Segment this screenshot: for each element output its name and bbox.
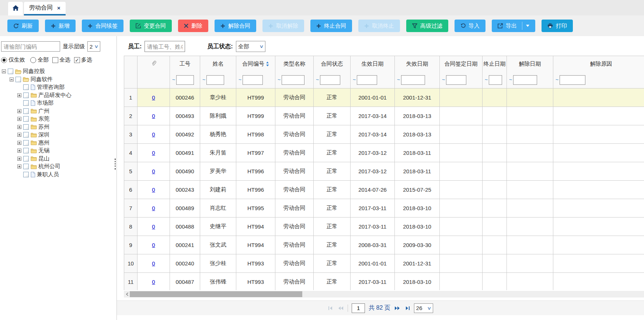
display-level-select[interactable]: 2 ∨ xyxy=(87,41,100,52)
attachment-count-link[interactable]: 0 xyxy=(152,168,155,174)
tree-checkbox[interactable] xyxy=(23,148,29,153)
option-checkbox-2[interactable]: 全选 xyxy=(52,56,70,63)
tree-checkbox[interactable] xyxy=(23,108,29,114)
tree-node[interactable]: 昆山 xyxy=(1,155,116,163)
filter-input-id[interactable] xyxy=(176,75,194,85)
plus-expander-icon[interactable] xyxy=(17,117,21,121)
attachment-count-link[interactable]: 0 xyxy=(152,242,155,248)
sort-icon[interactable] xyxy=(266,61,269,67)
tree-node[interactable]: 同鑫软件 xyxy=(1,76,116,84)
plus-expander-icon[interactable] xyxy=(17,109,21,113)
plus-expander-icon[interactable] xyxy=(17,149,21,153)
first-page-icon[interactable] xyxy=(328,306,334,311)
attachment-count-link[interactable]: 0 xyxy=(152,205,155,211)
tilde-operator[interactable]: ~ xyxy=(278,77,281,83)
scrollbar-thumb[interactable] xyxy=(130,291,302,297)
option-radio-1[interactable]: 全部 xyxy=(30,56,49,63)
terminate-contract-button[interactable]: 终止合同 xyxy=(310,20,352,32)
option-checkbox-3[interactable]: ✓多选 xyxy=(74,56,92,63)
attachment-count-link[interactable]: 0 xyxy=(152,131,155,138)
plus-expander-icon[interactable] xyxy=(17,93,21,97)
tree-checkbox[interactable] xyxy=(23,116,29,122)
table-row[interactable]: 90000241张文武HT994劳动合同正常2008-03-312009-03-… xyxy=(124,236,644,254)
plus-expander-icon[interactable] xyxy=(17,133,21,137)
export-dropdown-caret-icon[interactable] xyxy=(526,25,529,27)
table-row[interactable]: 10000246章少桂HT999劳动合同正常2001-01-012001-12-… xyxy=(124,88,644,107)
export-button[interactable]: 导出 xyxy=(492,20,535,32)
attachment-count-link[interactable]: 0 xyxy=(152,279,155,285)
tilde-operator[interactable]: ~ xyxy=(316,77,319,83)
table-row[interactable]: 50000490罗美华HT996劳动合同正常2017-03-122018-03-… xyxy=(124,162,644,181)
scroll-left-icon[interactable] xyxy=(125,291,130,297)
last-page-icon[interactable] xyxy=(404,306,410,311)
attachment-count-link[interactable]: 0 xyxy=(152,223,155,230)
filter-input-name[interactable] xyxy=(206,75,224,85)
sidebar-splitter-handle[interactable] xyxy=(115,159,116,170)
filter-input-reason[interactable] xyxy=(560,75,585,85)
attachment-count-link[interactable]: 0 xyxy=(152,94,155,101)
attachment-count-link[interactable]: 0 xyxy=(152,150,155,156)
tab-close-icon[interactable]: × xyxy=(57,5,60,11)
tilde-operator[interactable]: ~ xyxy=(509,77,512,83)
import-button[interactable]: 导入 xyxy=(455,20,485,32)
refresh-button[interactable]: 刷新 xyxy=(7,20,39,32)
table-row[interactable]: 70000489肖志红HT995劳动合同正常2017-03-112018-03-… xyxy=(124,199,644,218)
print-button[interactable]: 打印 xyxy=(542,20,573,32)
radio-icon[interactable] xyxy=(1,57,7,63)
home-tab[interactable] xyxy=(8,2,23,15)
filter-input-term[interactable] xyxy=(489,75,502,85)
attachment-count-link[interactable]: 0 xyxy=(152,187,155,193)
minus-expander-icon[interactable] xyxy=(2,69,6,73)
tree-checkbox[interactable] xyxy=(23,156,29,161)
tree-checkbox[interactable] xyxy=(23,100,29,106)
tree-node[interactable]: 市场部 xyxy=(1,99,116,107)
filter-input-release[interactable] xyxy=(513,75,537,85)
tilde-operator[interactable]: ~ xyxy=(556,77,558,83)
prev-page-icon[interactable] xyxy=(337,306,344,311)
tree-node[interactable]: 惠州 xyxy=(1,139,116,147)
change-contract-button[interactable]: 变更合同 xyxy=(130,20,172,32)
tree-node[interactable]: 兼职人员 xyxy=(1,171,116,179)
tree-checkbox[interactable] xyxy=(23,164,29,169)
table-row[interactable]: 60000243刘建莉HT996劳动合同正常2014-07-262015-07-… xyxy=(124,181,644,199)
tree-node[interactable]: 产品研发中心 xyxy=(1,91,116,100)
tilde-operator[interactable]: ~ xyxy=(353,77,356,83)
checkbox-icon[interactable]: ✓ xyxy=(74,57,80,63)
dept-code-input[interactable] xyxy=(1,41,60,52)
tree-node[interactable]: 深圳 xyxy=(1,131,116,139)
plus-expander-icon[interactable] xyxy=(17,125,21,129)
table-row[interactable]: 40000491朱月笛HT997劳动合同正常2017-03-122018-03-… xyxy=(124,144,644,162)
filter-input-contract[interactable] xyxy=(243,75,263,85)
tilde-operator[interactable]: ~ xyxy=(485,77,488,83)
checkbox-icon[interactable] xyxy=(52,57,58,63)
filter-input-sign[interactable] xyxy=(446,75,466,85)
tree-checkbox[interactable] xyxy=(23,172,29,177)
option-radio-0[interactable]: 仅生效 xyxy=(1,56,25,63)
table-row[interactable]: 30000492杨秀艳HT998劳动合同正常2017-03-142018-03-… xyxy=(124,125,644,144)
filter-input-type[interactable] xyxy=(282,75,304,85)
attachment-count-link[interactable]: 0 xyxy=(152,260,155,267)
plus-expander-icon[interactable] xyxy=(17,157,21,161)
radio-icon[interactable] xyxy=(30,57,36,63)
tree-checkbox[interactable] xyxy=(15,77,21,82)
tree-node[interactable]: 管理咨询部 xyxy=(1,83,116,91)
release-contract-button[interactable]: 解除合同 xyxy=(215,20,256,32)
filter-input-start[interactable] xyxy=(357,75,377,85)
page-size-select[interactable]: 26 ∨ xyxy=(414,303,433,313)
tree-node[interactable]: 东莞 xyxy=(1,115,116,123)
tree-checkbox[interactable] xyxy=(23,140,29,146)
table-row[interactable]: 110000487张伟锋HT993劳动合同正常2017-03-112018-03… xyxy=(124,273,644,291)
plus-expander-icon[interactable] xyxy=(17,141,21,145)
column-header-contract[interactable]: 合同编号 xyxy=(236,56,275,72)
tilde-operator[interactable]: ~ xyxy=(397,77,400,83)
tree-node[interactable]: 苏州 xyxy=(1,123,116,131)
tilde-operator[interactable]: ~ xyxy=(172,77,175,83)
tab-labor-contract[interactable]: 劳动合同 × xyxy=(24,2,66,15)
tree-node[interactable]: 无锡 xyxy=(1,147,116,155)
tree-node[interactable]: 杭州公司 xyxy=(1,163,116,171)
table-row[interactable]: 80000488史继平HT994劳动合同正常2017-03-112018-03-… xyxy=(124,218,644,236)
tree-checkbox[interactable] xyxy=(23,124,29,130)
filter-input-status[interactable] xyxy=(320,75,340,85)
tilde-operator[interactable]: ~ xyxy=(239,77,241,83)
page-number-input[interactable] xyxy=(352,303,365,313)
